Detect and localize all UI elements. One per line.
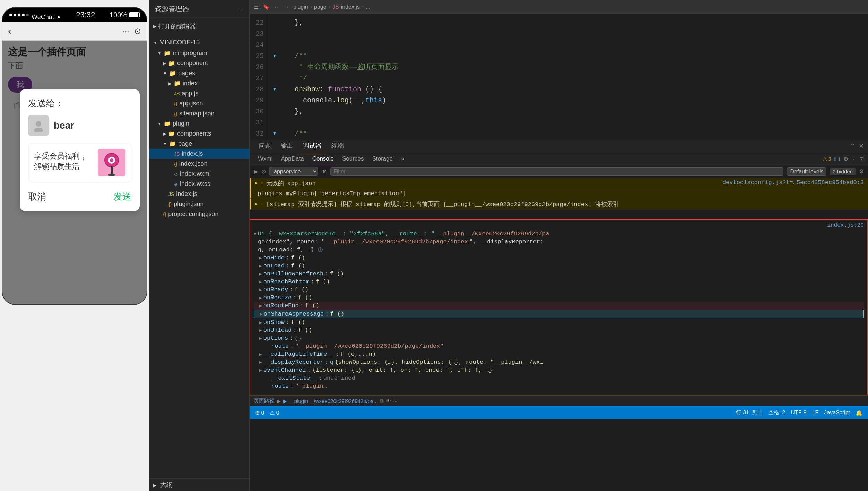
tree-item-component[interactable]: ▶ 📁 component [149,58,249,68]
tree-item-index-wxml[interactable]: ◇ index.wxml [149,169,249,179]
devtools-inner-tabs: Wxml AppData Console Sources Storage » ⚠… [250,153,868,165]
tree-item-pages[interactable]: ▼ 📁 pages [149,68,249,78]
stop-icon[interactable]: ⊘ [261,168,266,175]
inner-tab-appdata[interactable]: AppData [277,154,308,164]
collapse-up-icon[interactable]: ⌃ [850,142,855,150]
status-language[interactable]: JavaScript [824,410,850,416]
collapse-32[interactable]: ▾ [272,128,278,139]
copy-icon[interactable]: ⧉ [380,398,384,404]
tree-item-project-config[interactable]: {} project.config.json [149,209,249,219]
console-settings-icon[interactable]: ⚙ [859,168,864,175]
code-26-text: * 生命周期函数——监听页面显示 [278,62,399,73]
collapse-25[interactable]: ▾ [272,51,278,62]
tree-item-app-js[interactable]: JS app.js [149,88,249,98]
tree-item-index-json[interactable]: {} index.json [149,159,249,169]
console-link-1[interactable]: devtoolsconfig.js?t=…5ecc4358ec954bed0:3 [722,179,864,186]
execute-icon[interactable]: ▶ [254,168,258,175]
obj-field-options: ▶ options : {} [254,334,864,342]
obj-onresize-tri[interactable]: ▶ [259,295,262,301]
obj-onshow-tri[interactable]: ▶ [259,320,262,325]
code-content[interactable]: }, ▾ /** * 生命周期函数——监听页面显示 [267,14,868,139]
status-bell-icon[interactable]: 🔔 [856,410,862,416]
obj-callpage-tri[interactable]: ▶ [259,352,262,357]
phone-camera-button[interactable]: ⊙ [134,26,141,36]
toolbar-bookmark-icon[interactable]: 🔖 [263,3,270,10]
tree-item-plugin-json[interactable]: {} plugin.json [149,199,249,209]
tree-item-index-js-2[interactable]: JS index.js [149,189,249,199]
obj-route-val-2: "__plugin__/wxee020c29f9269d2b/page/inde… [295,343,443,350]
phone-panel: WeChat ▲ 23:32 100% ‹ ··· ⊙ 这是一个插件页面 下面 [0,0,149,491]
toolbar-back-icon[interactable]: ← [274,4,279,10]
dots-options-icon[interactable]: ··· [393,398,398,404]
inner-tab-wxml[interactable]: Wxml [254,154,277,164]
share-cancel-button[interactable]: 取消 [28,191,46,203]
tab-issues[interactable]: 问题 [254,139,276,153]
inner-tab-more[interactable]: » [397,154,408,164]
tree-item-index-wxss[interactable]: ◈ index.wxss [149,179,249,189]
close-devtools-icon[interactable]: ✕ [859,142,864,150]
phone-menu-button[interactable]: ··· [122,26,129,36]
eye-icon[interactable]: 👁 [386,398,391,404]
tree-item-sitemap-json[interactable]: {} sitemap.json [149,109,249,119]
inner-tab-storage[interactable]: Storage [368,154,397,164]
obj-path-text2: ge/index", route: " [258,239,325,245]
tree-item-index-folder[interactable]: ▶ 📁 index [149,78,249,88]
toolbar-forward-icon[interactable]: → [284,4,289,10]
toolbar-list-icon[interactable]: ☰ [254,3,259,10]
wxss-icon: ◈ [174,181,178,187]
obj-onload-val: f () [291,262,305,269]
obj-onpull-tri[interactable]: ▶ [259,271,262,277]
obj-displayreporter-val: {showOptions: {…}, hideOptions: {…}, rou… [335,359,544,365]
file-explorer-menu-icon[interactable]: ··· [238,5,244,12]
obj-options-tri[interactable]: ▶ [259,336,262,341]
filter-input[interactable] [330,167,783,176]
more-options-icon[interactable]: ⋮ [851,156,857,162]
tree-item-index-js-active[interactable]: JS index.js [149,149,249,159]
levels-dropdown[interactable]: Default levels [787,167,826,176]
obj-route-val: __plugin__/wxee020c29f9269d2b/page/index [327,239,468,245]
phone-back-button[interactable]: ‹ [8,26,11,37]
inner-tab-sources[interactable]: Sources [338,154,368,164]
obj-onresize-val: f () [298,294,312,301]
tree-item-miniprogram[interactable]: ▼ 📁 miniprogram [149,48,249,58]
obj-onload-key: onLoad [263,262,285,269]
tree-item-plugin[interactable]: ▼ 📁 plugin [149,119,249,129]
tree-item-components[interactable]: ▶ 📁 components [149,129,249,139]
outline-section[interactable]: ▶ 大纲 [149,478,249,491]
obj-onload-tri[interactable]: ▶ [259,263,262,269]
tree-item-page-folder[interactable]: ▼ 📁 page [149,139,249,149]
obj-onhide-tri[interactable]: ▶ [259,255,262,261]
project-header[interactable]: ▼ MINICODE-15 [149,37,249,48]
obj-eventchannel-tri[interactable]: ▶ [259,368,262,373]
obj-onrouteend-tri[interactable]: ▶ [259,303,262,309]
folder-icon: 📁 [169,70,176,77]
code-line-26: * 生命周期函数——监听页面显示 [272,62,862,73]
breadcrumb-page: page [314,4,327,10]
eye-filter-icon[interactable]: 👁 [321,169,327,175]
service-select[interactable]: appservice [269,167,318,176]
settings-icon[interactable]: ⚙ [843,156,848,162]
split-panel-icon[interactable]: ⊡ [859,156,864,162]
inner-tab-console[interactable]: Console [308,154,338,164]
obj-expand-triangle[interactable]: ▼ [254,232,257,237]
wechat-label: WeChat [32,14,54,16]
share-send-button[interactable]: 发送 [113,191,131,203]
warning-icon-3: ▶ [255,201,258,207]
obj-field-onshareapp: ▶ onShareAppMessage : f () [254,310,864,318]
code-29-close: ) [382,95,386,106]
obj-onshareapp-tri[interactable]: ▶ [260,311,262,317]
obj-onreach-tri[interactable]: ▶ [259,279,262,285]
open-editors-header[interactable]: ▶ 打开的编辑器 [149,20,249,33]
obj-onunload-tri[interactable]: ▶ [259,328,262,333]
share-contact: bear [28,115,131,136]
tab-output[interactable]: 输出 [276,139,298,153]
code-28-rest: () { [361,84,382,95]
tab-debugger[interactable]: 调试器 [298,139,327,153]
file-explorer-title: 资源管理器 [155,4,189,14]
collapse-28[interactable]: ▾ [272,84,278,95]
project-name-label: MINICODE-15 [159,39,200,46]
obj-onready-tri[interactable]: ▶ [259,287,262,293]
obj-displayreporter-tri[interactable]: ▶ [259,360,262,365]
tree-item-app-json[interactable]: {} app.json [149,98,249,109]
tab-terminal[interactable]: 终端 [327,139,349,153]
